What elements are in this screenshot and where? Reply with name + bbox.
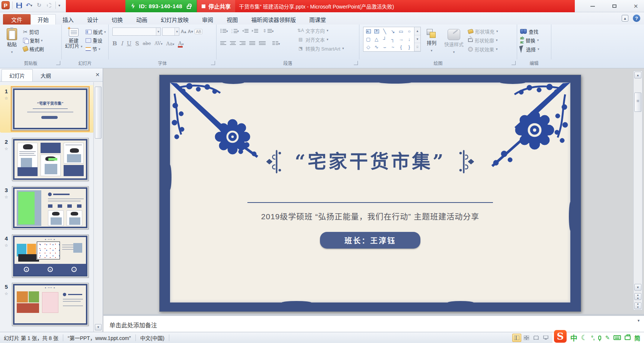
shape-fill-button[interactable]: 形状填充▾ xyxy=(468,27,498,36)
bold-button[interactable]: B xyxy=(112,40,117,47)
slideshow-view-button[interactable] xyxy=(541,334,550,342)
presenter-badge[interactable]: 班长：王淳钰 xyxy=(320,232,420,249)
sogou-logo-icon[interactable]: S xyxy=(554,330,567,343)
section-button[interactable]: 节▾ xyxy=(86,45,106,53)
panel-scrollbar-thumb[interactable] xyxy=(95,87,102,139)
slide-thumbnail-5[interactable]: 5☆ ◂ ▪▪▪ ▸ xyxy=(1,283,94,326)
shape-outline-button[interactable]: 形状轮廓▾ xyxy=(468,36,498,45)
distribute-button[interactable] xyxy=(259,40,266,46)
tab-foxit[interactable]: 福昕阅读器领鲜版 xyxy=(244,14,302,25)
tab-yuketang[interactable]: 雨课堂 xyxy=(302,14,333,25)
notes-scroll-icon[interactable]: ▼ xyxy=(637,319,640,323)
shape-scribble-icon[interactable]: ∿ xyxy=(372,43,381,51)
stop-share-button[interactable]: 停止共享 xyxy=(197,0,235,12)
replace-button[interactable]: abac替换▾ xyxy=(520,36,539,45)
dialog-launcher-icon[interactable] xyxy=(354,61,358,65)
tab-design[interactable]: 设计 xyxy=(80,14,105,25)
tab-insert[interactable]: 插入 xyxy=(56,14,80,25)
find-button[interactable]: 查找 xyxy=(520,27,539,36)
font-color-button[interactable]: A▾ xyxy=(178,40,183,47)
strikethrough-button[interactable]: abe xyxy=(143,41,151,46)
scroll-up-button[interactable]: ▲ xyxy=(634,72,641,78)
tab-slideshow[interactable]: 幻灯片放映 xyxy=(154,14,195,25)
font-size-combo[interactable]: ▾ xyxy=(162,27,179,36)
restore-button[interactable] xyxy=(609,3,619,10)
language-indicator[interactable]: 中文(中国) xyxy=(140,334,164,342)
shape-left-brace-icon[interactable]: { xyxy=(397,43,405,51)
slide-1[interactable]: “宅家干货市集” 2019级学硕班 “弘扬正能量，我们在行动” 主题班建活动分享 xyxy=(159,75,581,312)
shape-effects-button[interactable]: 形状效果▾ xyxy=(468,45,498,54)
ime-simplified[interactable]: 简 xyxy=(634,333,640,342)
columns-button[interactable]: ▾ xyxy=(272,40,280,46)
microphone-icon[interactable] xyxy=(598,336,601,340)
shape-vertical-textbox-icon[interactable]: A xyxy=(372,27,381,35)
toolbox-icon[interactable] xyxy=(625,336,631,340)
panel-scroll-down-button[interactable]: ▼ xyxy=(95,324,102,330)
line-spacing-button[interactable]: ⇕▾ xyxy=(262,27,274,33)
notes-pane[interactable]: 单击此处添加备注 ▼ xyxy=(103,314,644,332)
tab-home[interactable]: 开始 xyxy=(31,14,56,25)
shape-curve-icon[interactable]: ~ xyxy=(389,43,397,51)
italic-button[interactable]: I xyxy=(121,40,123,47)
shape-right-arrow-icon[interactable]: → xyxy=(397,35,405,43)
animation-indicator-icon[interactable]: ☆ xyxy=(4,195,8,200)
new-slide-button[interactable]: 新建 幻灯片 ▾ xyxy=(63,26,84,49)
help-button[interactable]: ? xyxy=(633,14,640,22)
align-left-button[interactable] xyxy=(220,40,226,46)
shape-rectangle-icon[interactable]: ▭ xyxy=(397,27,405,35)
next-slide-button[interactable]: ▼▼ xyxy=(634,302,641,309)
shape-textbox-icon[interactable]: A xyxy=(364,27,372,35)
underline-button[interactable]: U xyxy=(127,40,132,47)
shapes-more-button[interactable]: ⍗ xyxy=(414,43,420,51)
grow-font-button[interactable]: A▴ xyxy=(181,29,186,34)
pen-icon[interactable]: ✎ xyxy=(605,334,610,341)
scroll-down-button[interactable]: ▼ xyxy=(634,284,641,291)
convert-smartart-button[interactable]: ⬔转换为 SmartArt▾ xyxy=(298,44,344,53)
shape-freeform-icon[interactable]: ◇ xyxy=(364,43,372,51)
animation-indicator-icon[interactable]: ☆ xyxy=(4,243,8,248)
animation-indicator-icon[interactable]: ☆ xyxy=(4,146,8,151)
notes-placeholder[interactable]: 单击此处添加备注 xyxy=(103,316,644,329)
shape-down-arrow-icon[interactable]: ↓ xyxy=(405,35,413,43)
close-button[interactable]: ✕ xyxy=(631,3,641,10)
shape-oval-icon[interactable]: ○ xyxy=(405,28,413,35)
animation-indicator-icon[interactable]: ☆ xyxy=(4,291,8,296)
select-button[interactable]: 选择▾ xyxy=(520,45,539,54)
redo-button[interactable]: ↻ xyxy=(35,1,43,9)
save-button[interactable] xyxy=(15,1,23,9)
text-direction-button[interactable]: ⇅A文字方向▾ xyxy=(298,26,344,35)
arrange-button[interactable]: 排列 ▾ xyxy=(423,27,440,54)
align-right-button[interactable] xyxy=(240,40,246,46)
animation-indicator-icon[interactable]: ☆ xyxy=(4,96,8,101)
increase-indent-button[interactable] xyxy=(252,27,258,33)
character-spacing-button[interactable]: AV▾ xyxy=(155,41,163,46)
clear-formatting-button[interactable]: AB xyxy=(195,29,202,34)
slide-canvas[interactable]: “宅家干货市集” 2019级学硕班 “弘扬正能量，我们在行动” 主题班建活动分享 xyxy=(103,68,644,314)
tab-view[interactable]: 视图 xyxy=(220,14,244,25)
shapes-scroll-down-button[interactable]: ▼ xyxy=(414,35,420,43)
font-name-combo[interactable]: ▾ xyxy=(112,27,161,36)
tab-file[interactable]: 文件 xyxy=(3,14,31,25)
slide-thumbnail-4[interactable]: 4☆ ◂ ▪▪▪ ▸ abi xyxy=(1,234,94,278)
copy-button[interactable]: 复制▾ xyxy=(23,36,44,45)
slide-thumbnail-1[interactable]: 1☆ “宅家干货市集” xyxy=(0,85,94,133)
panel-scrollbar[interactable]: ▼ xyxy=(93,82,103,332)
slide-thumbnail-2[interactable]: 2☆ xyxy=(1,138,94,181)
align-center-button[interactable] xyxy=(230,40,236,46)
numbering-button[interactable]: 12▾ xyxy=(231,27,239,33)
tab-animations[interactable]: 动画 xyxy=(129,14,154,25)
punctuation-icon[interactable]: °, xyxy=(591,335,595,341)
shape-arrow-icon[interactable]: ↘ xyxy=(389,27,397,35)
reset-button[interactable]: 重设 xyxy=(86,36,106,45)
minimize-button[interactable] xyxy=(587,3,598,10)
ime-chinese-mode[interactable]: 中 xyxy=(570,333,577,343)
format-painter-button[interactable]: 格式刷 xyxy=(23,45,44,53)
reading-view-button[interactable] xyxy=(532,334,541,342)
panel-tab-outline[interactable]: 大纲 xyxy=(33,69,59,81)
slide-sorter-view-button[interactable] xyxy=(522,334,531,342)
powerpoint-logo-icon[interactable]: P xyxy=(1,1,10,9)
bullets-button[interactable]: ▾ xyxy=(220,27,228,33)
slide-thumbnail-3[interactable]: 3☆ xyxy=(1,186,94,229)
shrink-font-button[interactable]: A▾ xyxy=(188,29,193,34)
vertical-scrollbar[interactable]: ▲ ▼ ▲▲ ▼▼ xyxy=(633,71,643,310)
